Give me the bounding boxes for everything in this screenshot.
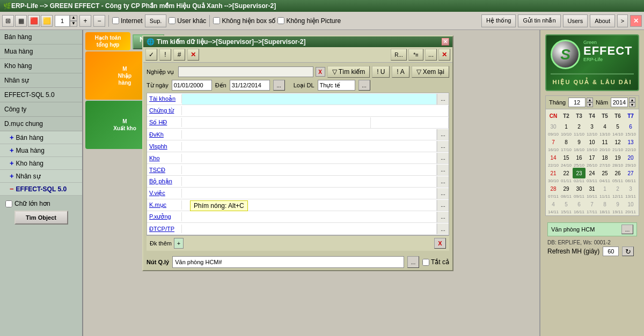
nam-spin[interactable]: ▲ ▼ bbox=[611, 98, 635, 107]
vviec-label[interactable]: V.việc bbox=[147, 189, 182, 198]
van-phong-browse[interactable]: ... bbox=[621, 225, 633, 234]
pxuong-browse[interactable]: ... bbox=[437, 212, 449, 222]
den-input[interactable] bbox=[230, 80, 270, 91]
tscd-browse[interactable]: ... bbox=[437, 165, 449, 175]
dialog-menu-btn[interactable]: *≡ bbox=[408, 49, 423, 61]
icon-color2[interactable]: 🟨 bbox=[41, 15, 53, 27]
cal-day-2-0[interactable]: 14 bbox=[547, 152, 560, 163]
internet-check[interactable]: Internet bbox=[112, 17, 143, 25]
minus-btn[interactable]: − bbox=[93, 15, 105, 27]
sidebar-item-kho-hang[interactable]: Kho hàng bbox=[0, 59, 82, 73]
cal-day-0-2[interactable]: 2 bbox=[573, 121, 586, 132]
cal-day-3-2[interactable]: 23 bbox=[573, 168, 586, 178]
nghiep-vu-clear[interactable]: X bbox=[316, 67, 325, 77]
sidebar-item-mua-hang[interactable]: Mua hàng bbox=[0, 44, 82, 59]
cal-day-5-3[interactable]: 7 bbox=[586, 199, 598, 210]
vlsphh-label[interactable]: Vlsphh bbox=[147, 142, 182, 151]
gui-tin-nhan-btn[interactable]: Gửi tin nhắn bbox=[518, 14, 560, 27]
cal-day-3-1[interactable]: 22 bbox=[560, 168, 573, 178]
cal-day-0-6[interactable]: 6 bbox=[624, 121, 637, 132]
vviec-browse[interactable]: ... bbox=[437, 188, 449, 199]
dialog-excl-btn[interactable]: ! bbox=[159, 49, 171, 61]
cal-day-4-3[interactable]: 31 bbox=[586, 183, 598, 194]
cal-day-4-2[interactable]: 30 bbox=[573, 183, 586, 194]
khong-hien-box-checkbox[interactable] bbox=[213, 17, 220, 24]
sub-item-nhan-su[interactable]: + Nhân sự bbox=[0, 170, 82, 183]
users-btn[interactable]: Users bbox=[563, 14, 588, 27]
nghiep-vu-input[interactable] bbox=[178, 66, 313, 77]
so-hd-label[interactable]: Số HĐ bbox=[147, 118, 182, 127]
chu-lon-hon-check[interactable]: Chữ lớn hơn bbox=[3, 199, 79, 208]
date-browse[interactable]: ... bbox=[273, 80, 285, 91]
sub-item-mua-hang[interactable]: + Mua hàng bbox=[0, 144, 82, 157]
dialog-close-btn2[interactable]: ✕ bbox=[438, 49, 450, 61]
sidebar-item-cong-ty[interactable]: Công ty bbox=[0, 102, 82, 117]
icon-grid2[interactable]: ▦ bbox=[15, 15, 27, 27]
sub-item-kho-hang[interactable]: + Kho hàng bbox=[0, 157, 82, 170]
vlsphh-browse[interactable]: ... bbox=[437, 141, 449, 152]
tai-khoan-input[interactable] bbox=[182, 94, 437, 104]
cal-day-4-6[interactable]: 3 bbox=[624, 183, 637, 194]
vlsphh-input[interactable] bbox=[182, 141, 437, 152]
sub-item-ban-hang[interactable]: + Bán hàng bbox=[0, 131, 82, 144]
dtcp-label[interactable]: ĐTCP/TP bbox=[147, 225, 182, 233]
dialog-hash-btn[interactable]: # bbox=[173, 49, 185, 61]
khong-hien-box-check[interactable]: Không hiện box số bbox=[213, 17, 275, 25]
icon-grid1[interactable]: ⊞ bbox=[2, 15, 14, 27]
user-khac-check[interactable]: User khác bbox=[169, 17, 206, 25]
tscd-label[interactable]: TSCĐ bbox=[147, 166, 182, 174]
cal-day-2-3[interactable]: 17 bbox=[586, 152, 598, 163]
cal-day-4-1[interactable]: 29 bbox=[560, 183, 573, 194]
dk-x-btn[interactable]: X bbox=[434, 238, 446, 249]
spin-up[interactable]: ▲ bbox=[70, 15, 77, 21]
sidebar-item-dmuc-chung[interactable]: D.mục chung bbox=[0, 117, 82, 131]
cal-day-0-3[interactable]: 3 bbox=[586, 121, 598, 132]
spin-down[interactable]: ▼ bbox=[70, 21, 77, 27]
pxuong-input[interactable] bbox=[182, 212, 437, 222]
cal-day-0-4[interactable]: 4 bbox=[598, 121, 611, 132]
bo-phan-label[interactable]: Bộ phận bbox=[147, 177, 182, 186]
pxuong-label[interactable]: P.xưởng bbox=[147, 212, 182, 221]
cal-day-1-1[interactable]: 8 bbox=[560, 137, 573, 147]
thang-up[interactable]: ▲ bbox=[587, 98, 593, 102]
cal-day-3-5[interactable]: 26 bbox=[611, 168, 624, 178]
kmuc-input[interactable] bbox=[182, 200, 437, 211]
vviec-input[interactable] bbox=[182, 188, 437, 199]
cal-day-1-3[interactable]: 10 bbox=[586, 137, 598, 147]
nut-qly-browse[interactable]: ... bbox=[407, 256, 419, 268]
dialog-dots-btn[interactable]: ... bbox=[425, 49, 437, 61]
dialog-check-btn[interactable]: ✓ bbox=[145, 49, 157, 61]
tai-khoan-browse[interactable]: ... bbox=[437, 94, 449, 104]
bo-phan-browse[interactable]: ... bbox=[437, 176, 449, 187]
internet-checkbox[interactable] bbox=[112, 17, 119, 24]
cal-day-2-2[interactable]: 16 bbox=[573, 152, 586, 163]
cal-day-5-2[interactable]: 6 bbox=[573, 199, 586, 210]
refresh-icon[interactable]: ↻ bbox=[622, 247, 634, 256]
chung-tu-input[interactable] bbox=[182, 106, 449, 116]
dvkh-browse[interactable]: ... bbox=[437, 129, 449, 140]
chung-tu-label[interactable]: Chứng từ bbox=[147, 106, 182, 115]
cal-day-0-0[interactable]: 30 bbox=[547, 121, 560, 132]
cal-day-3-0[interactable]: 21 bbox=[547, 168, 560, 178]
cal-day-4-4[interactable]: 1 bbox=[598, 183, 611, 194]
a-btn[interactable]: ! A bbox=[392, 66, 409, 78]
tu-ngay-input[interactable] bbox=[172, 80, 212, 91]
he-thong-btn[interactable]: Hệ thống bbox=[481, 14, 516, 27]
cal-day-5-1[interactable]: 5 bbox=[560, 199, 573, 210]
nam-input[interactable] bbox=[611, 98, 628, 107]
cal-day-1-0[interactable]: 7 bbox=[547, 137, 560, 147]
cal-day-1-6[interactable]: 13 bbox=[624, 137, 637, 147]
dialog-r-btn[interactable]: R... bbox=[391, 49, 407, 61]
icon-color[interactable]: 🟥 bbox=[28, 15, 40, 27]
kho-input[interactable] bbox=[182, 153, 437, 163]
khong-hien-picture-check[interactable]: Không hiện Picture bbox=[277, 17, 341, 25]
user-khac-checkbox[interactable] bbox=[169, 17, 175, 24]
sup-btn[interactable]: Sup. bbox=[145, 14, 167, 27]
dtcp-input[interactable] bbox=[182, 223, 437, 234]
spin-input[interactable]: 1 bbox=[55, 15, 70, 27]
refresh-input[interactable] bbox=[603, 247, 619, 256]
khong-hien-picture-checkbox[interactable] bbox=[277, 17, 284, 24]
cal-day-4-5[interactable]: 2 bbox=[611, 183, 624, 194]
next-btn[interactable]: > bbox=[617, 14, 628, 27]
cal-day-3-6[interactable]: 27 bbox=[624, 168, 637, 178]
